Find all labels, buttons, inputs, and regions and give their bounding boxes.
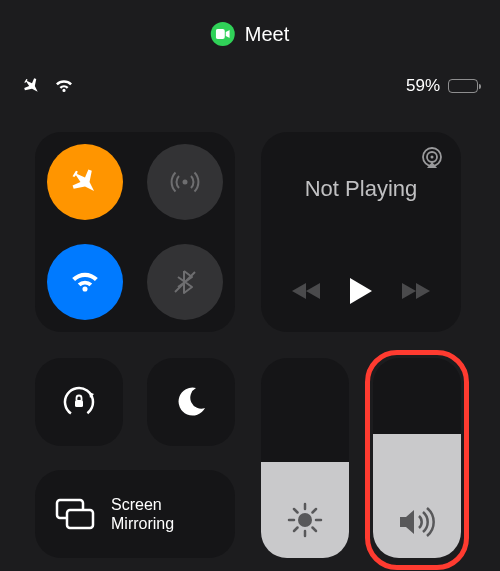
screen-mirroring-label: Screen Mirroring (111, 495, 174, 533)
next-track-button[interactable] (400, 281, 430, 301)
active-app-name: Meet (245, 23, 289, 46)
play-button[interactable] (348, 276, 374, 306)
airplay-audio-icon[interactable] (419, 146, 445, 172)
connectivity-panel[interactable] (35, 132, 235, 332)
screen-mirroring-button[interactable]: Screen Mirroring (35, 470, 235, 558)
svg-point-10 (298, 513, 312, 527)
battery-icon (448, 79, 478, 93)
battery-percent: 59% (406, 76, 440, 96)
svg-line-16 (313, 528, 317, 532)
svg-rect-0 (216, 29, 225, 39)
svg-rect-9 (67, 510, 93, 528)
volume-slider[interactable] (373, 358, 461, 558)
status-bar-right: 59% (406, 76, 478, 96)
brightness-icon (287, 502, 323, 538)
active-app-pill[interactable]: Meet (211, 22, 289, 46)
previous-track-button[interactable] (292, 281, 322, 301)
volume-icon (397, 506, 437, 538)
orientation-lock-toggle[interactable] (35, 358, 123, 446)
bluetooth-toggle[interactable] (147, 244, 223, 320)
status-bar-left (22, 76, 74, 96)
cellular-data-toggle[interactable] (147, 144, 223, 220)
svg-rect-7 (75, 400, 83, 407)
camera-active-icon (211, 22, 235, 46)
airplane-mode-status-icon (22, 76, 42, 96)
wifi-status-icon (54, 79, 74, 93)
screen-mirroring-icon (55, 498, 95, 530)
svg-line-17 (294, 528, 298, 532)
media-panel[interactable]: Not Playing (261, 132, 461, 332)
brightness-slider[interactable] (261, 358, 349, 558)
do-not-disturb-toggle[interactable] (147, 358, 235, 446)
svg-line-15 (294, 509, 298, 513)
svg-line-18 (313, 509, 317, 513)
wifi-toggle[interactable] (47, 244, 123, 320)
svg-point-1 (183, 180, 188, 185)
airplane-mode-toggle[interactable] (47, 144, 123, 220)
media-title: Not Playing (261, 176, 461, 202)
svg-point-5 (431, 156, 434, 159)
